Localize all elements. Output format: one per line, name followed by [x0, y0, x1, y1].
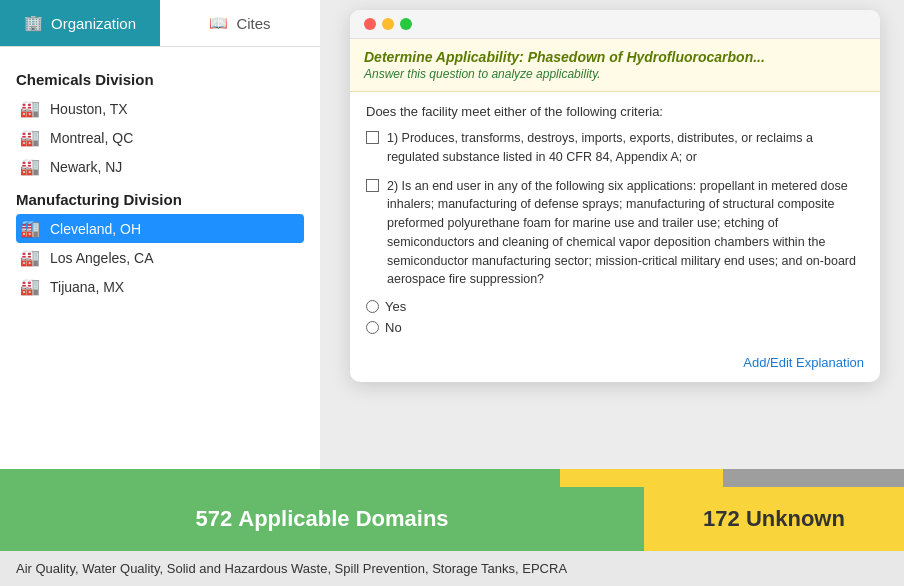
tab-organization-label: Organization: [51, 15, 136, 32]
domains-text: Air Quality, Water Quality, Solid and Ha…: [16, 561, 567, 576]
facility-icon: 🏭: [20, 248, 40, 267]
criteria-item-1: 1) Produces, transforms, destroys, impor…: [366, 129, 864, 167]
progress-gray: [723, 469, 904, 487]
facility-tijuana[interactable]: 🏭 Tijuana, MX: [16, 272, 304, 301]
radio-no-label: No: [385, 320, 402, 335]
facility-icon: 🏭: [20, 157, 40, 176]
facility-cleveland-label: Cleveland, OH: [50, 221, 141, 237]
traffic-light-green[interactable]: [400, 18, 412, 30]
radio-group: Yes No: [366, 299, 864, 335]
unknown-label: Unknown: [746, 506, 845, 532]
tab-cites[interactable]: 📖 Cites: [160, 0, 320, 46]
traffic-light-yellow[interactable]: [382, 18, 394, 30]
modal-subtitle: Answer this question to analyze applicab…: [364, 67, 866, 81]
facility-houston[interactable]: 🏭 Houston, TX: [16, 94, 304, 123]
checkbox-1[interactable]: [366, 131, 379, 144]
radio-yes-row: Yes: [366, 299, 864, 314]
bottom-section: 572 Applicable Domains 172 Unknown Air Q…: [0, 469, 904, 586]
facility-losangeles[interactable]: 🏭 Los Angeles, CA: [16, 243, 304, 272]
facility-tijuana-label: Tijuana, MX: [50, 279, 124, 295]
facility-montreal-label: Montreal, QC: [50, 130, 133, 146]
facility-icon: 🏭: [20, 277, 40, 296]
radio-no[interactable]: [366, 321, 379, 334]
division-chemicals: Chemicals Division: [16, 71, 304, 88]
tab-cites-label: Cites: [236, 15, 270, 32]
criteria-item-2: 2) Is an end user in any of the followin…: [366, 177, 864, 290]
facility-icon: 🏭: [20, 128, 40, 147]
applicable-label: Applicable Domains: [238, 506, 448, 532]
criteria-text-1: 1) Produces, transforms, destroys, impor…: [387, 129, 864, 167]
progress-bar: [0, 469, 904, 487]
radio-yes-label: Yes: [385, 299, 406, 314]
org-list: Chemicals Division 🏭 Houston, TX 🏭 Montr…: [0, 47, 320, 315]
question-intro: Does the facility meet either of the fol…: [366, 104, 864, 119]
division-manufacturing: Manufacturing Division: [16, 191, 304, 208]
stat-unknown: 172 Unknown: [644, 487, 904, 551]
applicable-count: 572: [195, 506, 232, 532]
stats-row: 572 Applicable Domains 172 Unknown: [0, 487, 904, 551]
stat-applicable: 572 Applicable Domains: [0, 487, 644, 551]
checkbox-2[interactable]: [366, 179, 379, 192]
criteria-text-2: 2) Is an end user in any of the followin…: [387, 177, 864, 290]
tab-bar: 🏢 Organization 📖 Cites: [0, 0, 320, 47]
unknown-count: 172: [703, 506, 740, 532]
facility-icon: 🏭: [20, 99, 40, 118]
domains-row: Air Quality, Water Quality, Solid and Ha…: [0, 551, 904, 586]
facility-montreal[interactable]: 🏭 Montreal, QC: [16, 123, 304, 152]
modal-titlebar: [350, 10, 880, 39]
progress-green: [0, 469, 560, 487]
progress-yellow: [560, 469, 723, 487]
tab-organization[interactable]: 🏢 Organization: [0, 0, 160, 46]
facility-newark-label: Newark, NJ: [50, 159, 122, 175]
facility-cleveland[interactable]: 🏭 Cleveland, OH: [16, 214, 304, 243]
modal-footer: Add/Edit Explanation: [350, 347, 880, 382]
facility-newark[interactable]: 🏭 Newark, NJ: [16, 152, 304, 181]
cites-icon: 📖: [209, 14, 228, 32]
facility-losangeles-label: Los Angeles, CA: [50, 250, 154, 266]
radio-yes[interactable]: [366, 300, 379, 313]
modal-header: Determine Applicability: Phasedown of Hy…: [350, 39, 880, 92]
facility-icon: 🏭: [20, 219, 40, 238]
modal-title: Determine Applicability: Phasedown of Hy…: [364, 49, 866, 65]
organization-icon: 🏢: [24, 14, 43, 32]
facility-houston-label: Houston, TX: [50, 101, 128, 117]
modal-panel: Determine Applicability: Phasedown of Hy…: [350, 10, 880, 382]
add-edit-explanation-link[interactable]: Add/Edit Explanation: [743, 355, 864, 370]
radio-no-row: No: [366, 320, 864, 335]
modal-body: Does the facility meet either of the fol…: [350, 92, 880, 347]
traffic-light-red[interactable]: [364, 18, 376, 30]
